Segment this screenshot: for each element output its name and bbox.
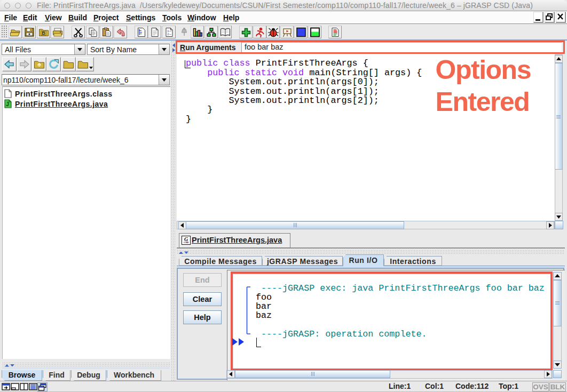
svg-text:B: B [42,30,45,36]
svg-text:J: J [6,101,9,107]
svg-text:2: 2 [167,33,169,36]
